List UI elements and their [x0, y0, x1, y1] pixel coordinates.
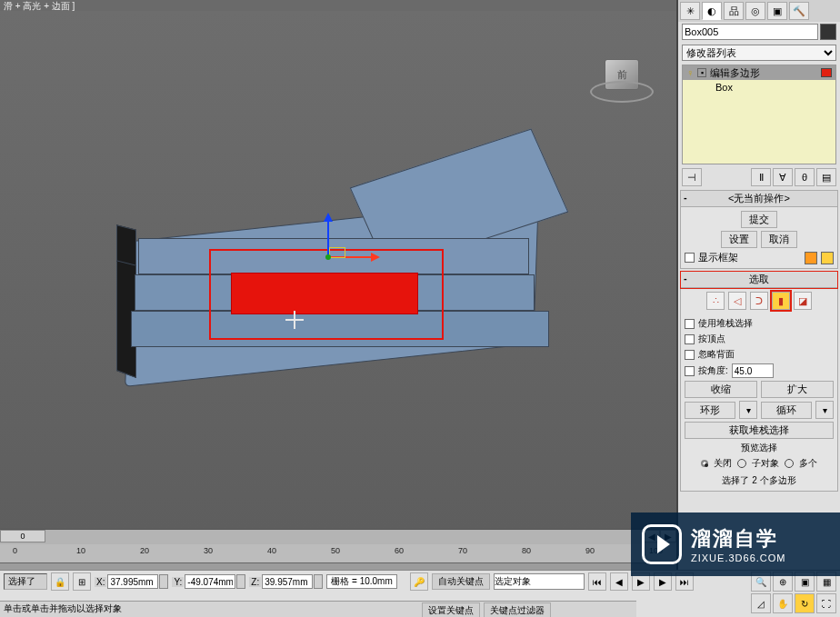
tab-utilities[interactable]: 🔨: [789, 2, 809, 20]
prompt-line: 单击或单击并拖动以选择对象: [0, 601, 418, 617]
tab-display[interactable]: ▣: [767, 2, 787, 20]
configure-sets-icon[interactable]: ▤: [816, 168, 836, 186]
show-cage-label: 显示框架: [698, 251, 738, 264]
loop-spinner[interactable]: ▾: [815, 401, 834, 419]
show-cage-checkbox[interactable]: [685, 253, 695, 263]
viewport[interactable]: 前: [0, 11, 676, 529]
watermark-url: ZIXUE.3D66.COM: [691, 552, 785, 563]
subobj-edge[interactable]: ◁: [728, 292, 746, 310]
y-label: Y:: [172, 577, 184, 587]
stack-toolbar: ⊣ Ⅱ ∀ θ ▤: [678, 166, 840, 188]
time-slider[interactable]: 0: [0, 530, 45, 542]
orbit-icon[interactable]: ↻: [795, 593, 815, 613]
by-angle-checkbox[interactable]: [685, 366, 695, 376]
tab-motion[interactable]: ◎: [745, 2, 765, 20]
viewcube[interactable]: 前: [585, 43, 658, 106]
rollout-title: 选取: [749, 274, 769, 284]
subobj-polygon[interactable]: ▮: [772, 292, 790, 310]
z-label: Z:: [249, 577, 261, 587]
autokey-button[interactable]: 自动关键点: [432, 573, 490, 590]
cage-color-2[interactable]: [821, 252, 834, 264]
tab-modify[interactable]: ◐: [702, 2, 722, 20]
key-icon[interactable]: 🔑: [410, 572, 428, 591]
cancel-button[interactable]: 取消: [761, 231, 797, 248]
modifier-list-dropdown[interactable]: 修改器列表: [682, 45, 836, 61]
subobj-border[interactable]: ᑐ: [750, 292, 768, 310]
loop-button[interactable]: 循环: [761, 402, 812, 419]
ignore-backface-checkbox[interactable]: [685, 350, 695, 360]
settings-button[interactable]: 设置: [721, 231, 757, 248]
stack-edit-poly[interactable]: ♀ ▪ 编辑多边形: [683, 65, 835, 80]
object-color-swatch[interactable]: [820, 24, 836, 40]
viewport-label: 滑 + 高光 + 边面 ]: [0, 0, 676, 11]
watermark-title: 溜溜自学: [691, 525, 785, 552]
play-icon: [642, 524, 682, 564]
y-input[interactable]: [185, 574, 235, 589]
show-end-result-icon[interactable]: Ⅱ: [751, 168, 771, 186]
stack-box[interactable]: Box: [683, 80, 835, 95]
object-name-input[interactable]: [682, 24, 818, 40]
z-spinner[interactable]: [314, 574, 323, 589]
stack-item-label: 编辑多边形: [710, 66, 760, 80]
grow-button[interactable]: 扩大: [761, 381, 834, 398]
x-spinner[interactable]: [159, 574, 168, 589]
preview-multi-radio[interactable]: [785, 459, 794, 468]
remove-modifier-icon[interactable]: θ: [795, 168, 815, 186]
x-input[interactable]: [107, 574, 158, 589]
transform-type-in-icon[interactable]: ⊞: [73, 572, 91, 591]
y-spinner[interactable]: [236, 574, 245, 589]
time-ruler[interactable]: 0 10 20 30 40 50 60 70 80 90 100: [0, 544, 676, 562]
status-bar: 选择了 🔒 ⊞ X: Y: Z: 栅格 = 10.0mm 🔑 自动关键点 ⏮ ◀…: [0, 570, 840, 617]
preview-off-radio[interactable]: [701, 460, 708, 467]
fov-icon[interactable]: ◿: [751, 593, 771, 613]
key-filter-dropdown[interactable]: [494, 573, 585, 590]
rollout-current-op: -<无当前操作> 提交 设置 取消 显示框架: [680, 190, 838, 269]
set-key-button[interactable]: 设置关键点: [422, 602, 480, 617]
rollout-selection: -选取 ∴ ◁ ᑐ ▮ ◪ 使用堆栈选择 按顶点 忽略背面 按角度: 收缩 扩大…: [680, 271, 838, 492]
goto-start-icon[interactable]: ⏮: [588, 572, 606, 591]
ring-spinner[interactable]: ▾: [739, 401, 757, 419]
selection-count: 选择了: [4, 573, 47, 590]
selection-info: 选择了 2 个多边形: [685, 473, 834, 487]
angle-spinner[interactable]: [732, 363, 774, 378]
modifier-stack[interactable]: ♀ ▪ 编辑多边形 Box: [682, 65, 836, 164]
make-unique-icon[interactable]: ∀: [773, 168, 793, 186]
prev-frame-icon[interactable]: ◀: [610, 572, 628, 591]
maximize-viewport-icon[interactable]: ⛶: [816, 593, 836, 613]
tab-create[interactable]: ✳: [680, 2, 700, 20]
z-input[interactable]: [262, 574, 313, 589]
watermark: 溜溜自学 ZIXUE.3D66.COM: [631, 513, 840, 576]
shrink-button[interactable]: 收缩: [685, 381, 757, 398]
viewport-nav: 🔍 ⊕ ▣ ▦ ◿ ✋ ↻ ⛶: [751, 572, 836, 613]
grid-spacing: 栅格 = 10.0mm: [326, 574, 397, 589]
lightbulb-icon[interactable]: ♀: [686, 67, 694, 78]
stack-item-label: Box: [715, 82, 733, 93]
get-stack-sel-button[interactable]: 获取堆栈选择: [685, 422, 834, 439]
x-label: X:: [95, 577, 106, 587]
commit-button[interactable]: 提交: [741, 211, 777, 228]
subobj-element[interactable]: ◪: [794, 292, 812, 310]
pan-icon[interactable]: ✋: [773, 593, 793, 613]
stack-subobj-swatch: [821, 68, 832, 77]
ring-button[interactable]: 环形: [685, 402, 735, 419]
cursor-crosshair: [285, 311, 304, 329]
preview-sel-label: 预览选择: [685, 442, 834, 454]
rollout-title: <无当前操作>: [728, 193, 790, 204]
move-gizmo[interactable]: [300, 229, 355, 284]
preview-subobj-radio[interactable]: [737, 459, 746, 468]
by-vertex-checkbox[interactable]: [685, 334, 695, 344]
timeline[interactable]: 0 ◀ ▶ 0 10 20 30 40 50 60 70 80 90 100: [0, 529, 676, 570]
subobj-vertex[interactable]: ∴: [706, 292, 725, 310]
expand-icon[interactable]: ▪: [697, 68, 706, 77]
panel-tabs: ✳ ◐ 品 ◎ ▣ 🔨: [678, 0, 840, 22]
use-stack-sel-checkbox[interactable]: [685, 319, 695, 329]
cage-color-1[interactable]: [805, 252, 817, 264]
tab-hierarchy[interactable]: 品: [724, 2, 744, 20]
lock-selection-icon[interactable]: 🔒: [51, 572, 69, 591]
poly-model[interactable]: [109, 156, 564, 411]
key-filters-button[interactable]: 关键点过滤器: [484, 602, 551, 617]
pin-stack-icon[interactable]: ⊣: [682, 168, 702, 186]
